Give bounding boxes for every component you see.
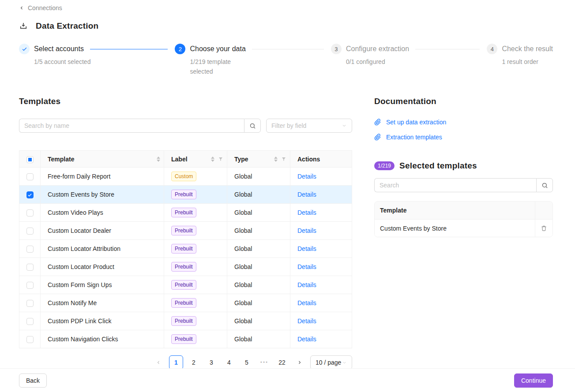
template-search-input[interactable] (19, 119, 244, 133)
label-tag: Prebuilt (171, 244, 196, 254)
details-link[interactable]: Details (297, 317, 316, 325)
label-tag: Custom (171, 172, 196, 181)
pagination-page-last[interactable]: 22 (275, 355, 289, 370)
selected-search-input[interactable] (374, 178, 536, 192)
column-template: Template (48, 156, 155, 163)
filter-icon[interactable] (218, 157, 223, 162)
delete-icon[interactable] (541, 225, 547, 231)
step-select-accounts[interactable]: Select accounts 1/5 account selected (19, 44, 175, 76)
filter-icon[interactable] (281, 157, 286, 162)
paperclip-icon (374, 134, 381, 141)
pagination-page-1[interactable]: 1 (169, 355, 183, 370)
templates-table: Template Label (19, 150, 352, 348)
step-description: 1/219 template selected (190, 57, 252, 76)
doc-link-label[interactable]: Set up data extraction (386, 119, 446, 126)
column-actions: Actions (290, 151, 352, 168)
row-checkbox[interactable] (26, 300, 34, 307)
row-checkbox[interactable] (26, 336, 34, 343)
template-name: Free-form Daily Report (41, 168, 164, 186)
step-number: 3 (331, 44, 342, 54)
template-type: Global (227, 204, 290, 222)
details-link[interactable]: Details (297, 245, 316, 252)
row-checkbox[interactable] (26, 282, 34, 289)
download-icon (19, 22, 28, 30)
details-link[interactable]: Details (297, 173, 316, 180)
step-description: 0/1 configured (346, 57, 408, 67)
row-checkbox[interactable] (26, 318, 34, 325)
table-header-row: Template Label (19, 151, 352, 168)
pagination-ellipsis[interactable]: ••• (257, 355, 271, 370)
step-title: Check the result (502, 45, 553, 53)
check-icon (19, 44, 30, 54)
selected-templates-table: Template Custom Events by Store (374, 201, 553, 237)
search-button[interactable] (244, 119, 261, 133)
page-size-select[interactable]: 10 / page (310, 355, 352, 370)
details-link[interactable]: Details (297, 227, 316, 234)
pagination-page-4[interactable]: 4 (222, 355, 236, 370)
label-tag: Prebuilt (171, 316, 196, 326)
column-label: Label (171, 156, 209, 163)
template-type: Global (227, 330, 290, 348)
back-button[interactable]: Back (19, 373, 47, 388)
doc-link-label[interactable]: Extraction templates (386, 134, 442, 141)
label-tag: Prebuilt (171, 226, 196, 235)
filter-by-field-select[interactable]: Filter by field (266, 119, 352, 133)
selected-table-header: Template (375, 202, 552, 219)
step-title: Choose your data (190, 45, 245, 53)
search-button[interactable] (536, 178, 553, 192)
row-checkbox[interactable] (26, 264, 34, 271)
pagination: 1 2 3 4 5 ••• 22 10 / page (19, 355, 352, 370)
chevron-down-icon (342, 360, 347, 365)
details-link[interactable]: Details (297, 336, 316, 343)
pagination-page-5[interactable]: 5 (240, 355, 254, 370)
details-link[interactable]: Details (297, 263, 316, 270)
details-link[interactable]: Details (297, 281, 316, 288)
pagination-next-button[interactable] (293, 355, 307, 370)
row-checkbox[interactable] (26, 191, 34, 198)
sort-icon[interactable] (157, 157, 160, 162)
breadcrumb-back-label[interactable]: Connections (28, 4, 62, 11)
pagination-page-3[interactable]: 3 (204, 355, 218, 370)
steps-bar: Select accounts 1/5 account selected 2 C… (19, 44, 553, 76)
label-tag: Prebuilt (171, 280, 196, 290)
label-tag: Prebuilt (171, 334, 196, 344)
step-connector (90, 49, 168, 49)
row-checkbox[interactable] (26, 173, 34, 180)
template-name: Custom Form Sign Ups (41, 276, 164, 294)
sort-icon[interactable] (211, 157, 214, 162)
select-all-checkbox[interactable] (26, 156, 34, 163)
page-size-value: 10 / page (316, 359, 341, 366)
pagination-page-2[interactable]: 2 (187, 355, 201, 370)
step-number: 2 (175, 44, 185, 54)
template-type: Global (227, 258, 290, 276)
step-title: Select accounts (34, 45, 84, 53)
row-checkbox[interactable] (26, 228, 34, 235)
continue-button[interactable]: Continue (514, 373, 553, 388)
step-check-result[interactable]: 4 Check the result 1 result order (487, 44, 553, 76)
template-type: Global (227, 222, 290, 240)
footer-bar: Back Continue (0, 368, 575, 392)
details-link[interactable]: Details (297, 209, 316, 216)
selected-table-row: Custom Events by Store (375, 219, 552, 237)
step-title: Configure extraction (346, 45, 409, 53)
breadcrumb[interactable]: Connections (0, 0, 575, 11)
doc-link-setup[interactable]: Set up data extraction (374, 119, 553, 126)
pagination-prev-button[interactable] (151, 355, 165, 370)
template-name: Custom Navigation Clicks (41, 330, 164, 348)
table-row: Custom Form Sign Ups Prebuilt Global Det… (19, 276, 352, 294)
sort-icon[interactable] (274, 157, 278, 162)
row-checkbox[interactable] (26, 209, 34, 217)
step-choose-data[interactable]: 2 Choose your data 1/219 template select… (175, 44, 331, 76)
templates-heading: Templates (19, 97, 352, 106)
table-row: Custom Notify Me Prebuilt Global Details (19, 294, 352, 312)
label-tag: Prebuilt (171, 298, 196, 308)
step-configure-extraction[interactable]: 3 Configure extraction 0/1 configured (331, 44, 487, 76)
page-header: Data Extraction (19, 21, 575, 31)
details-link[interactable]: Details (297, 191, 316, 198)
row-checkbox[interactable] (26, 246, 34, 253)
template-name: Custom Events by Store (41, 186, 164, 204)
details-link[interactable]: Details (297, 299, 316, 306)
doc-link-templates[interactable]: Extraction templates (374, 134, 553, 141)
template-type: Global (227, 168, 290, 186)
template-type: Global (227, 294, 290, 312)
